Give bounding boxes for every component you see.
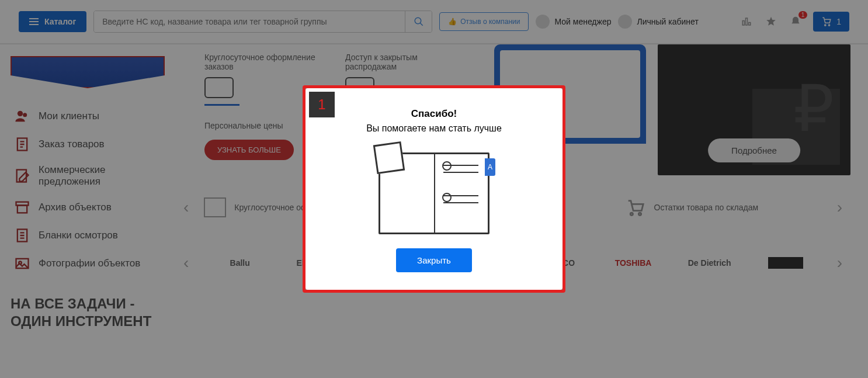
- modal-text: Вы помогаете нам стать лучше: [322, 123, 546, 134]
- annotation-badge: 1: [309, 92, 335, 117]
- thanks-modal: Спасибо! Вы помогаете нам стать лучше A …: [305, 88, 563, 290]
- tab-letter: A: [485, 158, 495, 176]
- modal-title: Спасибо!: [322, 108, 546, 120]
- modal-highlight: 1 Спасибо! Вы помогаете нам стать лучше …: [303, 85, 565, 293]
- close-button[interactable]: Закрыть: [396, 248, 472, 272]
- notebook-illustration-icon: A: [379, 147, 489, 234]
- modal-overlay[interactable]: 1 Спасибо! Вы помогаете нам стать лучше …: [0, 0, 868, 378]
